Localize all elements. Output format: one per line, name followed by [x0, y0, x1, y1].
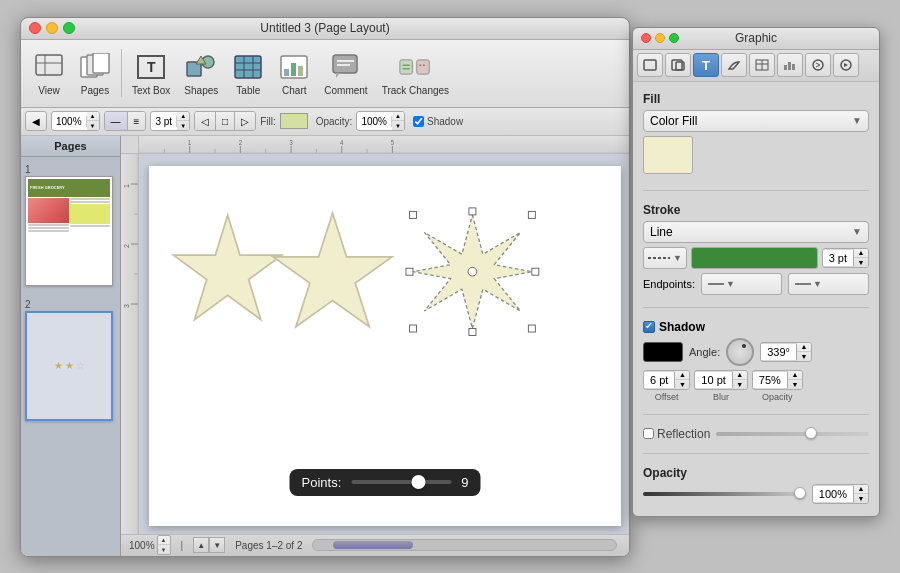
- opacity-slider[interactable]: [643, 492, 806, 496]
- blur-label: Blur: [713, 392, 729, 402]
- svg-marker-19: [336, 73, 340, 78]
- stroke-stepper[interactable]: 3 pt ▲ ▼: [150, 111, 190, 131]
- shadow-checkbox[interactable]: [413, 116, 424, 127]
- svg-rect-17: [298, 66, 303, 76]
- opacity-down[interactable]: ▼: [392, 121, 404, 130]
- opacity-panel-down[interactable]: ▼: [854, 494, 868, 503]
- stroke-down[interactable]: ▼: [177, 121, 189, 130]
- page-1-thumbnail[interactable]: 1 FRESH GROCERY: [25, 163, 116, 286]
- angle-spin-arrows[interactable]: ▲ ▼: [797, 343, 811, 361]
- opacity-panel-up[interactable]: ▲: [854, 485, 868, 494]
- toolbar-table[interactable]: Table: [226, 47, 270, 100]
- zoom-up[interactable]: ▲: [87, 112, 99, 121]
- nav-arrows[interactable]: ▲ ▼: [193, 537, 225, 553]
- minimize-button[interactable]: [46, 22, 58, 34]
- format-back-btn[interactable]: ◀: [25, 111, 47, 131]
- angle-spin-up[interactable]: ▲: [797, 343, 811, 352]
- reflection-label-group[interactable]: Reflection: [643, 427, 710, 441]
- zoom-status-down[interactable]: ▼: [158, 545, 170, 554]
- stroke-spin-arrows[interactable]: ▲ ▼: [854, 249, 868, 267]
- points-slider[interactable]: [351, 480, 451, 484]
- toolbar-shapes[interactable]: Shapes: [178, 47, 224, 100]
- opacity-title: Opacity: [643, 466, 869, 480]
- next-page-btn[interactable]: ▼: [209, 537, 225, 553]
- reflection-slider[interactable]: [716, 432, 869, 436]
- toolbar-textbox[interactable]: T Text Box: [126, 47, 176, 100]
- stroke-solid[interactable]: —: [105, 112, 128, 130]
- angle-spin-down[interactable]: ▼: [797, 352, 811, 361]
- angle-spin[interactable]: 339° ▲ ▼: [760, 342, 812, 362]
- opacity-spin-box[interactable]: 100% ▲ ▼: [812, 484, 869, 504]
- panel-btn-back[interactable]: [805, 53, 831, 77]
- shadow-opacity-down[interactable]: ▼: [788, 380, 802, 389]
- opacity-stepper[interactable]: 100% ▲ ▼: [356, 111, 405, 131]
- stroke-stepper-buttons[interactable]: ▲ ▼: [177, 112, 189, 130]
- endpoint-start-btn[interactable]: ▼: [701, 273, 782, 295]
- blur-arrows[interactable]: ▲ ▼: [733, 371, 747, 389]
- opacity-stepper-buttons[interactable]: ▲ ▼: [392, 112, 404, 130]
- offset-up[interactable]: ▲: [675, 371, 689, 380]
- blur-spin[interactable]: 10 pt ▲ ▼: [694, 370, 747, 390]
- page-2-thumbnail[interactable]: 2 ★ ★ ☆: [25, 298, 116, 421]
- panel-btn-table[interactable]: [749, 53, 775, 77]
- align-center[interactable]: □: [216, 112, 235, 130]
- mini-star-1: ★: [54, 360, 63, 371]
- stroke-dropdown[interactable]: Line ▼: [643, 221, 869, 243]
- endpoint-end-btn[interactable]: ▼: [788, 273, 869, 295]
- toolbar-chart[interactable]: Chart: [272, 47, 316, 100]
- stroke-style-seg[interactable]: — ≡: [104, 111, 147, 131]
- stroke-color-picker[interactable]: [691, 247, 818, 269]
- shadow-color-swatch[interactable]: [643, 342, 683, 362]
- fill-dropdown[interactable]: Color Fill ▼: [643, 110, 869, 132]
- offset-down[interactable]: ▼: [675, 380, 689, 389]
- shadow-opacity-arrows[interactable]: ▲ ▼: [788, 371, 802, 389]
- close-button[interactable]: [29, 22, 41, 34]
- panel-minimize[interactable]: [655, 33, 665, 43]
- maximize-button[interactable]: [63, 22, 75, 34]
- panel-zoom[interactable]: [669, 33, 679, 43]
- toolbar-view[interactable]: View: [27, 47, 71, 100]
- prev-page-btn[interactable]: ▲: [193, 537, 209, 553]
- align-left[interactable]: ◁: [195, 112, 216, 130]
- toolbar-track[interactable]: Track Changes: [376, 47, 455, 100]
- fill-color[interactable]: [280, 113, 308, 129]
- offset-spin[interactable]: 6 pt ▲ ▼: [643, 370, 690, 390]
- shadow-check-box[interactable]: ✓: [643, 321, 655, 333]
- angle-dial[interactable]: [726, 338, 754, 366]
- panel-btn-square[interactable]: [637, 53, 663, 77]
- shadow-section-label: Shadow: [659, 320, 705, 334]
- fill-color-swatch[interactable]: [643, 136, 693, 174]
- offset-arrows[interactable]: ▲ ▼: [675, 371, 689, 389]
- panel-btn-brush[interactable]: [721, 53, 747, 77]
- toolbar-pages[interactable]: Pages: [73, 47, 117, 100]
- zoom-status-up[interactable]: ▲: [158, 536, 170, 545]
- stroke-spin-up[interactable]: ▲: [854, 249, 868, 258]
- zoom-stepper-buttons[interactable]: ▲ ▼: [87, 112, 99, 130]
- panel-btn-text[interactable]: T: [693, 53, 719, 77]
- align-seg[interactable]: ◁ □ ▷: [194, 111, 256, 131]
- toolbar-comment[interactable]: Comment: [318, 47, 373, 100]
- panel-btn-chart[interactable]: [777, 53, 803, 77]
- stroke-width-spin[interactable]: 3 pt ▲ ▼: [822, 248, 869, 268]
- stroke-align[interactable]: ≡: [128, 112, 146, 130]
- stroke-spin-down[interactable]: ▼: [854, 258, 868, 267]
- shadow-opacity-up[interactable]: ▲: [788, 371, 802, 380]
- panel-btn-forward[interactable]: [833, 53, 859, 77]
- stroke-dash-dropdown[interactable]: ▼: [643, 247, 687, 269]
- zoom-stepper[interactable]: 100% ▲ ▼: [51, 111, 100, 131]
- horizontal-scrollbar[interactable]: [312, 539, 617, 551]
- zoom-down[interactable]: ▼: [87, 121, 99, 130]
- panel-btn-mask[interactable]: [665, 53, 691, 77]
- opacity-spin-arrows[interactable]: ▲ ▼: [854, 485, 868, 503]
- shadow-checkbox-group[interactable]: Shadow: [413, 116, 463, 127]
- shadow-opacity-spin[interactable]: 75% ▲ ▼: [752, 370, 803, 390]
- zoom-stepper-status[interactable]: ▲ ▼: [157, 535, 171, 555]
- blur-down[interactable]: ▼: [733, 380, 747, 389]
- reflection-checkbox[interactable]: [643, 428, 654, 439]
- panel-close[interactable]: [641, 33, 651, 43]
- blur-up[interactable]: ▲: [733, 371, 747, 380]
- shadow-checkbox-label[interactable]: ✓ Shadow: [643, 320, 705, 334]
- stroke-up[interactable]: ▲: [177, 112, 189, 121]
- align-right[interactable]: ▷: [235, 112, 255, 130]
- opacity-up[interactable]: ▲: [392, 112, 404, 121]
